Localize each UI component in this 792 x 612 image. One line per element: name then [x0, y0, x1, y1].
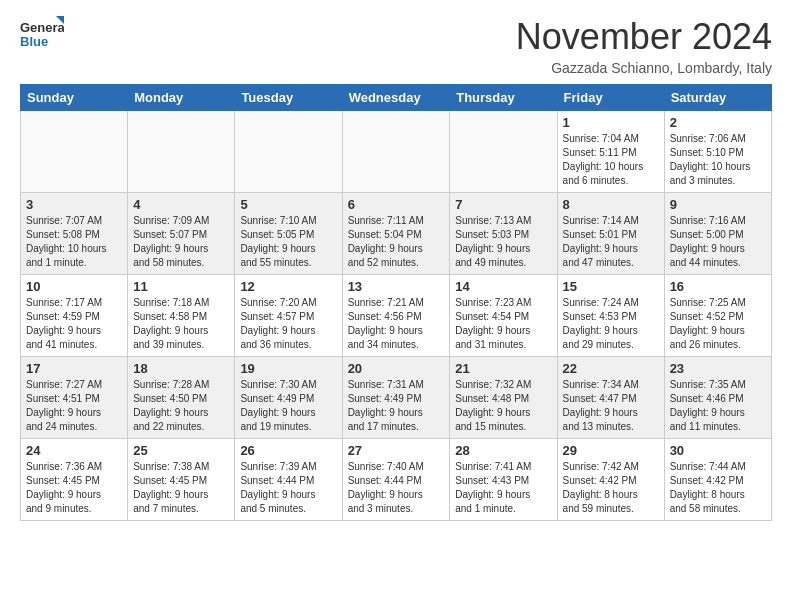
- weekday-header-saturday: Saturday: [664, 85, 771, 111]
- day-number: 7: [455, 197, 551, 212]
- weekday-header-sunday: Sunday: [21, 85, 128, 111]
- day-info: Sunrise: 7:18 AM Sunset: 4:58 PM Dayligh…: [133, 296, 229, 352]
- day-number: 6: [348, 197, 445, 212]
- day-number: 17: [26, 361, 122, 376]
- calendar-cell: 10Sunrise: 7:17 AM Sunset: 4:59 PM Dayli…: [21, 275, 128, 357]
- day-info: Sunrise: 7:42 AM Sunset: 4:42 PM Dayligh…: [563, 460, 659, 516]
- day-number: 4: [133, 197, 229, 212]
- calendar-cell: 28Sunrise: 7:41 AM Sunset: 4:43 PM Dayli…: [450, 439, 557, 521]
- page: General Blue November 2024 Gazzada Schia…: [0, 0, 792, 537]
- day-number: 8: [563, 197, 659, 212]
- calendar-cell: 4Sunrise: 7:09 AM Sunset: 5:07 PM Daylig…: [128, 193, 235, 275]
- day-info: Sunrise: 7:30 AM Sunset: 4:49 PM Dayligh…: [240, 378, 336, 434]
- day-number: 23: [670, 361, 766, 376]
- day-info: Sunrise: 7:20 AM Sunset: 4:57 PM Dayligh…: [240, 296, 336, 352]
- day-info: Sunrise: 7:13 AM Sunset: 5:03 PM Dayligh…: [455, 214, 551, 270]
- calendar-cell: 11Sunrise: 7:18 AM Sunset: 4:58 PM Dayli…: [128, 275, 235, 357]
- calendar-cell: [235, 111, 342, 193]
- calendar-cell: 23Sunrise: 7:35 AM Sunset: 4:46 PM Dayli…: [664, 357, 771, 439]
- calendar-cell: 30Sunrise: 7:44 AM Sunset: 4:42 PM Dayli…: [664, 439, 771, 521]
- calendar-cell: 19Sunrise: 7:30 AM Sunset: 4:49 PM Dayli…: [235, 357, 342, 439]
- day-info: Sunrise: 7:23 AM Sunset: 4:54 PM Dayligh…: [455, 296, 551, 352]
- calendar-cell: 29Sunrise: 7:42 AM Sunset: 4:42 PM Dayli…: [557, 439, 664, 521]
- calendar-cell: [21, 111, 128, 193]
- day-info: Sunrise: 7:27 AM Sunset: 4:51 PM Dayligh…: [26, 378, 122, 434]
- weekday-header-monday: Monday: [128, 85, 235, 111]
- day-info: Sunrise: 7:32 AM Sunset: 4:48 PM Dayligh…: [455, 378, 551, 434]
- calendar-cell: 12Sunrise: 7:20 AM Sunset: 4:57 PM Dayli…: [235, 275, 342, 357]
- calendar-cell: [342, 111, 450, 193]
- calendar-cell: 14Sunrise: 7:23 AM Sunset: 4:54 PM Dayli…: [450, 275, 557, 357]
- day-info: Sunrise: 7:44 AM Sunset: 4:42 PM Dayligh…: [670, 460, 766, 516]
- calendar-cell: 21Sunrise: 7:32 AM Sunset: 4:48 PM Dayli…: [450, 357, 557, 439]
- day-number: 25: [133, 443, 229, 458]
- day-info: Sunrise: 7:21 AM Sunset: 4:56 PM Dayligh…: [348, 296, 445, 352]
- calendar-cell: 5Sunrise: 7:10 AM Sunset: 5:05 PM Daylig…: [235, 193, 342, 275]
- day-number: 21: [455, 361, 551, 376]
- calendar-cell: 13Sunrise: 7:21 AM Sunset: 4:56 PM Dayli…: [342, 275, 450, 357]
- calendar-cell: 3Sunrise: 7:07 AM Sunset: 5:08 PM Daylig…: [21, 193, 128, 275]
- day-info: Sunrise: 7:28 AM Sunset: 4:50 PM Dayligh…: [133, 378, 229, 434]
- day-number: 26: [240, 443, 336, 458]
- calendar-cell: 22Sunrise: 7:34 AM Sunset: 4:47 PM Dayli…: [557, 357, 664, 439]
- day-info: Sunrise: 7:06 AM Sunset: 5:10 PM Dayligh…: [670, 132, 766, 188]
- svg-text:Blue: Blue: [20, 34, 48, 49]
- calendar-cell: 7Sunrise: 7:13 AM Sunset: 5:03 PM Daylig…: [450, 193, 557, 275]
- day-info: Sunrise: 7:34 AM Sunset: 4:47 PM Dayligh…: [563, 378, 659, 434]
- day-number: 15: [563, 279, 659, 294]
- location: Gazzada Schianno, Lombardy, Italy: [516, 60, 772, 76]
- logo: General Blue: [20, 16, 64, 52]
- day-info: Sunrise: 7:39 AM Sunset: 4:44 PM Dayligh…: [240, 460, 336, 516]
- weekday-header-friday: Friday: [557, 85, 664, 111]
- calendar-cell: 9Sunrise: 7:16 AM Sunset: 5:00 PM Daylig…: [664, 193, 771, 275]
- calendar-cell: 27Sunrise: 7:40 AM Sunset: 4:44 PM Dayli…: [342, 439, 450, 521]
- calendar-cell: [450, 111, 557, 193]
- calendar-week-row: 10Sunrise: 7:17 AM Sunset: 4:59 PM Dayli…: [21, 275, 772, 357]
- day-number: 11: [133, 279, 229, 294]
- calendar-cell: 25Sunrise: 7:38 AM Sunset: 4:45 PM Dayli…: [128, 439, 235, 521]
- day-number: 3: [26, 197, 122, 212]
- calendar-week-row: 3Sunrise: 7:07 AM Sunset: 5:08 PM Daylig…: [21, 193, 772, 275]
- day-info: Sunrise: 7:41 AM Sunset: 4:43 PM Dayligh…: [455, 460, 551, 516]
- day-number: 29: [563, 443, 659, 458]
- calendar-cell: 20Sunrise: 7:31 AM Sunset: 4:49 PM Dayli…: [342, 357, 450, 439]
- day-number: 24: [26, 443, 122, 458]
- calendar-cell: 1Sunrise: 7:04 AM Sunset: 5:11 PM Daylig…: [557, 111, 664, 193]
- calendar-cell: 16Sunrise: 7:25 AM Sunset: 4:52 PM Dayli…: [664, 275, 771, 357]
- day-number: 22: [563, 361, 659, 376]
- title-block: November 2024 Gazzada Schianno, Lombardy…: [516, 16, 772, 76]
- day-number: 19: [240, 361, 336, 376]
- day-number: 20: [348, 361, 445, 376]
- calendar-cell: 15Sunrise: 7:24 AM Sunset: 4:53 PM Dayli…: [557, 275, 664, 357]
- day-info: Sunrise: 7:09 AM Sunset: 5:07 PM Dayligh…: [133, 214, 229, 270]
- day-number: 13: [348, 279, 445, 294]
- calendar-header-row: SundayMondayTuesdayWednesdayThursdayFrid…: [21, 85, 772, 111]
- logo-svg: General Blue: [20, 16, 64, 52]
- calendar-week-row: 1Sunrise: 7:04 AM Sunset: 5:11 PM Daylig…: [21, 111, 772, 193]
- day-number: 14: [455, 279, 551, 294]
- day-info: Sunrise: 7:17 AM Sunset: 4:59 PM Dayligh…: [26, 296, 122, 352]
- day-number: 16: [670, 279, 766, 294]
- weekday-header-thursday: Thursday: [450, 85, 557, 111]
- day-info: Sunrise: 7:36 AM Sunset: 4:45 PM Dayligh…: [26, 460, 122, 516]
- day-number: 1: [563, 115, 659, 130]
- calendar-cell: 24Sunrise: 7:36 AM Sunset: 4:45 PM Dayli…: [21, 439, 128, 521]
- calendar-cell: 6Sunrise: 7:11 AM Sunset: 5:04 PM Daylig…: [342, 193, 450, 275]
- weekday-header-wednesday: Wednesday: [342, 85, 450, 111]
- day-info: Sunrise: 7:07 AM Sunset: 5:08 PM Dayligh…: [26, 214, 122, 270]
- calendar-cell: 8Sunrise: 7:14 AM Sunset: 5:01 PM Daylig…: [557, 193, 664, 275]
- weekday-header-tuesday: Tuesday: [235, 85, 342, 111]
- calendar-cell: 26Sunrise: 7:39 AM Sunset: 4:44 PM Dayli…: [235, 439, 342, 521]
- day-number: 2: [670, 115, 766, 130]
- svg-text:General: General: [20, 20, 64, 35]
- day-info: Sunrise: 7:14 AM Sunset: 5:01 PM Dayligh…: [563, 214, 659, 270]
- day-info: Sunrise: 7:40 AM Sunset: 4:44 PM Dayligh…: [348, 460, 445, 516]
- day-info: Sunrise: 7:16 AM Sunset: 5:00 PM Dayligh…: [670, 214, 766, 270]
- day-info: Sunrise: 7:31 AM Sunset: 4:49 PM Dayligh…: [348, 378, 445, 434]
- calendar-cell: 2Sunrise: 7:06 AM Sunset: 5:10 PM Daylig…: [664, 111, 771, 193]
- day-number: 28: [455, 443, 551, 458]
- calendar-cell: 17Sunrise: 7:27 AM Sunset: 4:51 PM Dayli…: [21, 357, 128, 439]
- day-info: Sunrise: 7:04 AM Sunset: 5:11 PM Dayligh…: [563, 132, 659, 188]
- day-info: Sunrise: 7:38 AM Sunset: 4:45 PM Dayligh…: [133, 460, 229, 516]
- day-info: Sunrise: 7:24 AM Sunset: 4:53 PM Dayligh…: [563, 296, 659, 352]
